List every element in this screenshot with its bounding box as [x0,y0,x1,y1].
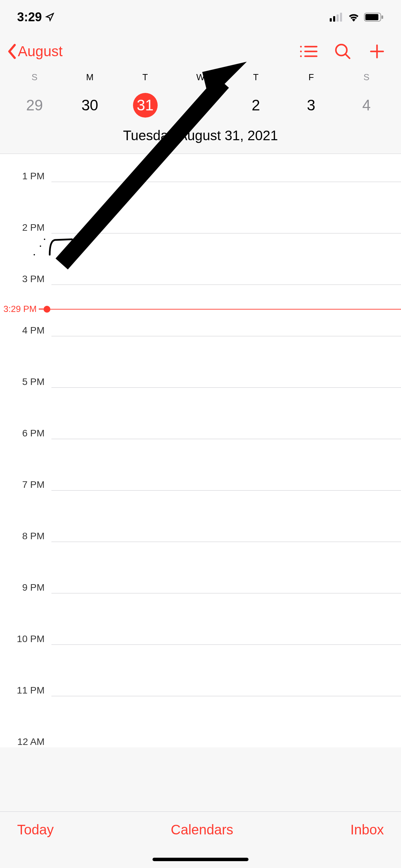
location-icon [45,13,54,22]
day-letter: M [86,72,94,83]
status-time-text: 3:29 [17,10,42,24]
search-button[interactable] [326,34,360,69]
date-title: Tuesday August 31, 2021 [0,121,401,154]
svg-point-9 [300,51,302,52]
day-letter: W [196,72,205,83]
day-letter: T [143,72,148,83]
day-column[interactable]: S4 [339,69,394,121]
hour-label: 7 PM [0,479,51,490]
list-icon [299,44,318,59]
day-letter: F [308,72,314,83]
hour-line [51,233,401,233]
status-time: 3:29 [17,10,54,24]
hour-label: 8 PM [0,531,51,542]
hour-line [51,336,401,336]
hour-label: 4 PM [0,325,51,336]
home-indicator[interactable] [153,858,248,861]
hour-row: 3 PM [0,279,401,290]
week-header: S29M30T31W1T2F3S4 [0,69,401,121]
day-letter: S [32,72,37,83]
day-number[interactable]: 31 [133,93,158,118]
hour-line [51,542,401,542]
current-time-indicator: 3:29 PM [0,304,401,314]
day-column[interactable]: T2 [228,69,283,121]
nav-bar: August [0,34,401,69]
list-view-button[interactable] [291,34,326,69]
day-letter: T [253,72,258,83]
day-column[interactable]: W1 [173,69,228,121]
calendar-day-grid[interactable]: 1 PM2 PM3 PM4 PM5 PM6 PM7 PM8 PM9 PM10 P… [0,154,401,747]
current-time-label: 3:29 PM [0,304,39,314]
hour-line [51,696,401,696]
status-icons [330,13,384,22]
hour-row: 2 PM [0,228,401,239]
hour-label: 3 PM [0,274,51,285]
svg-rect-5 [365,14,378,20]
svg-line-14 [345,54,350,58]
day-column[interactable]: M30 [62,69,117,121]
hour-line [51,644,401,645]
inbox-button[interactable]: Inbox [350,822,384,837]
hour-row: 8 PM [0,536,401,547]
back-button[interactable]: August [7,43,63,60]
hour-line [51,747,401,748]
hour-label: 11 PM [0,685,51,696]
hour-row: 6 PM [0,433,401,444]
hour-row: 4 PM [0,330,401,341]
wifi-icon [348,13,360,22]
hour-row: 9 PM [0,588,401,599]
hour-label: 10 PM [0,634,51,644]
current-time-line [50,309,401,310]
day-column[interactable]: S29 [7,69,62,121]
hour-label: 6 PM [0,428,51,439]
svg-rect-6 [381,15,383,19]
hour-line [51,182,401,182]
svg-rect-1 [333,16,335,22]
hour-line [51,387,401,388]
hour-line [51,439,401,439]
day-letter: S [364,72,369,83]
chevron-left-icon [7,44,17,59]
day-number[interactable]: 2 [243,93,268,118]
hour-row: 10 PM [0,639,401,650]
hour-line [51,490,401,491]
day-column[interactable]: T31 [118,69,173,121]
back-label: August [18,43,63,60]
status-bar: 3:29 [0,0,401,34]
day-number[interactable]: 30 [77,93,102,118]
plus-icon [369,43,385,60]
calendars-button[interactable]: Calendars [171,822,233,837]
hour-label: 1 PM [0,171,51,182]
hour-label: 9 PM [0,582,51,593]
day-column[interactable]: F3 [283,69,339,121]
svg-point-11 [300,56,302,57]
current-time-dash [39,309,44,310]
hour-row: 1 PM [0,176,401,187]
hour-line [51,593,401,593]
current-time-dot [44,306,50,313]
day-number[interactable]: 3 [299,93,324,118]
svg-rect-2 [337,14,339,22]
hour-label: 5 PM [0,376,51,387]
svg-rect-3 [340,13,342,22]
hour-label: 12 AM [0,736,51,747]
day-number[interactable]: 29 [22,93,47,118]
hour-row: 7 PM [0,485,401,496]
svg-rect-0 [330,18,332,22]
add-event-button[interactable] [360,34,394,69]
cellular-signal-icon [330,13,343,22]
hour-row: 11 PM [0,690,401,701]
today-button[interactable]: Today [17,822,54,837]
battery-icon [364,13,384,22]
hour-line [51,285,401,285]
hour-label: 2 PM [0,222,51,233]
day-number[interactable]: 4 [354,93,379,118]
day-number[interactable]: 1 [188,93,213,118]
svg-point-7 [300,46,302,48]
search-icon [334,43,352,60]
hour-row: 5 PM [0,382,401,393]
hour-row: 12 AM [0,742,401,747]
